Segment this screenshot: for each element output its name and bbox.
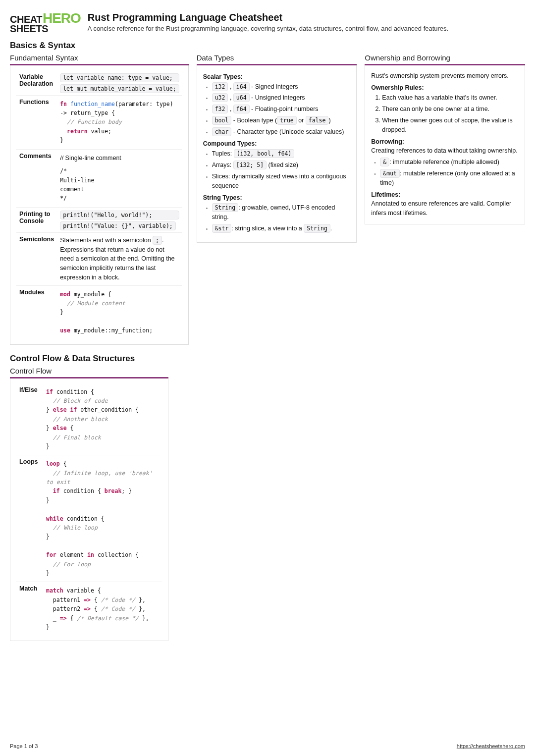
logo: CHEATHERO SHEETS — [10, 12, 81, 34]
row-val: match variable { pattern1 => { /* Code *… — [43, 582, 162, 636]
row-val: // Single-line comment /* Multi-line com… — [57, 149, 182, 207]
code-inline: let mut mutable_variable = value; — [60, 84, 179, 93]
text: // Single-line comment — [60, 154, 179, 163]
subhead: Scalar Types: — [203, 73, 351, 80]
code-block: /* Multi-line comment */ — [60, 166, 179, 203]
list-item: Tuples: (i32, bool, f64) — [205, 149, 351, 159]
code-inline: println!("Value: {}", variable); — [60, 221, 176, 230]
list-item: String: growable, owned, UTF-8 encoded s… — [205, 203, 351, 222]
code-block: mod my_module { // Module content } use … — [60, 290, 179, 335]
card-ownership: Ownership and Borrowing Rust's ownership… — [365, 54, 525, 224]
code-block: fn function_name(parameter: type) -> ret… — [60, 100, 179, 145]
text: Statements end with a semicolon ;. Expre… — [60, 237, 174, 281]
row-key: Semicolons — [16, 232, 57, 285]
code-inline: let variable_name: type = value; — [60, 73, 179, 82]
basics-row: Fundamental Syntax Variable Declaration … — [10, 54, 525, 345]
section-basics-heading: Basics & Syntax — [10, 41, 525, 51]
list-item: Slices: dynamically sized views into a c… — [205, 172, 351, 191]
list-item: char - Character type (Unicode scalar va… — [205, 127, 351, 137]
row-key: Printing to Console — [16, 207, 57, 232]
list-item: &str: string slice, a view into a String… — [205, 224, 351, 233]
row-key: Variable Declaration — [16, 70, 57, 96]
card-title: Fundamental Syntax — [10, 54, 189, 62]
list-item: i32 , i64 - Signed integers — [205, 82, 351, 92]
title-block: Rust Programming Language Cheatsheet A c… — [88, 12, 448, 32]
row-key: If/Else — [16, 383, 43, 455]
row-val: if condition { // Block of code } else i… — [43, 383, 162, 455]
row-val: Statements end with a semicolon ;. Expre… — [57, 232, 182, 285]
section-controlflow-heading: Control Flow & Data Structures — [10, 354, 525, 364]
page-subtitle: A concise reference for the Rust program… — [88, 25, 448, 32]
list-item: &mut: mutable reference (only one allowe… — [373, 169, 519, 188]
footer-link[interactable]: https://cheatsheetshero.com — [457, 743, 525, 749]
row-val: let variable_name: type = value; let mut… — [57, 70, 182, 96]
controlflow-row: Control Flow If/Else if condition { // B… — [10, 367, 525, 642]
card-title: Ownership and Borrowing — [365, 54, 525, 62]
list-item: There can only be one owner at a time. — [382, 105, 519, 114]
subhead: Borrowing: — [371, 138, 519, 145]
row-key: Comments — [16, 149, 57, 207]
logo-word-sheets: SHEETS — [10, 24, 81, 34]
ordered-list: Each value has a variable that's its own… — [371, 93, 519, 134]
subhead: Ownership Rules: — [371, 84, 519, 91]
code-block: loop { // Infinite loop, use 'break' to … — [46, 459, 159, 578]
code-inline: println!("Hello, world!"); — [60, 211, 179, 219]
page-header: CHEATHERO SHEETS Rust Programming Langua… — [10, 12, 525, 34]
row-key: Modules — [16, 285, 57, 339]
list-item: f32 , f64 - Floating-point numbers — [205, 105, 351, 114]
logo-word-hero: HERO — [43, 10, 81, 26]
card-control-flow: Control Flow If/Else if condition { // B… — [10, 367, 168, 642]
page-number: Page 1 of 3 — [10, 743, 38, 749]
list-item: Each value has a variable that's its own… — [382, 93, 519, 103]
row-key: Match — [16, 582, 43, 636]
list: String: growable, owned, UTF-8 encoded s… — [203, 203, 351, 233]
row-val: println!("Hello, world!"); println!("Val… — [57, 207, 182, 232]
code-block: match variable { pattern1 => { /* Code *… — [46, 586, 159, 632]
row-val: mod my_module { // Module content } use … — [57, 285, 182, 339]
row-val: fn function_name(parameter: type) -> ret… — [57, 95, 182, 149]
list-item: When the owner goes out of scope, the va… — [382, 116, 519, 135]
row-val: loop { // Infinite loop, use 'break' to … — [43, 455, 162, 582]
text: Annotated to ensure references are valid… — [371, 199, 519, 218]
list: &: immutable reference (multiple allowed… — [371, 158, 519, 187]
card-fundamental-syntax: Fundamental Syntax Variable Declaration … — [10, 54, 189, 345]
code-block: if condition { // Block of code } else i… — [46, 387, 159, 451]
text: Creating references to data without taki… — [371, 146, 519, 156]
row-key: Functions — [16, 95, 57, 149]
list-item: u32 , u64 - Unsigned integers — [205, 93, 351, 103]
list-item: Arrays: [i32; 5] (fixed size) — [205, 161, 351, 170]
card-data-types: Data Types Scalar Types: i32 , i64 - Sig… — [197, 54, 357, 243]
list: Tuples: (i32, bool, f64) Arrays: [i32; 5… — [203, 149, 351, 190]
text: Rust's ownership system prevents memory … — [371, 71, 519, 81]
subhead: String Types: — [203, 194, 351, 201]
page-title: Rust Programming Language Cheatsheet — [88, 12, 448, 23]
card-title: Control Flow — [10, 367, 168, 375]
subhead: Compound Types: — [203, 140, 351, 147]
page-footer: Page 1 of 3 https://cheatsheetshero.com — [10, 743, 525, 749]
subhead: Lifetimes: — [371, 191, 519, 198]
list: i32 , i64 - Signed integers u32 , u64 - … — [203, 82, 351, 137]
card-title: Data Types — [197, 54, 357, 62]
row-key: Loops — [16, 455, 43, 582]
list-item: &: immutable reference (multiple allowed… — [373, 158, 519, 167]
list-item: bool - Boolean type (true or false) — [205, 116, 351, 125]
